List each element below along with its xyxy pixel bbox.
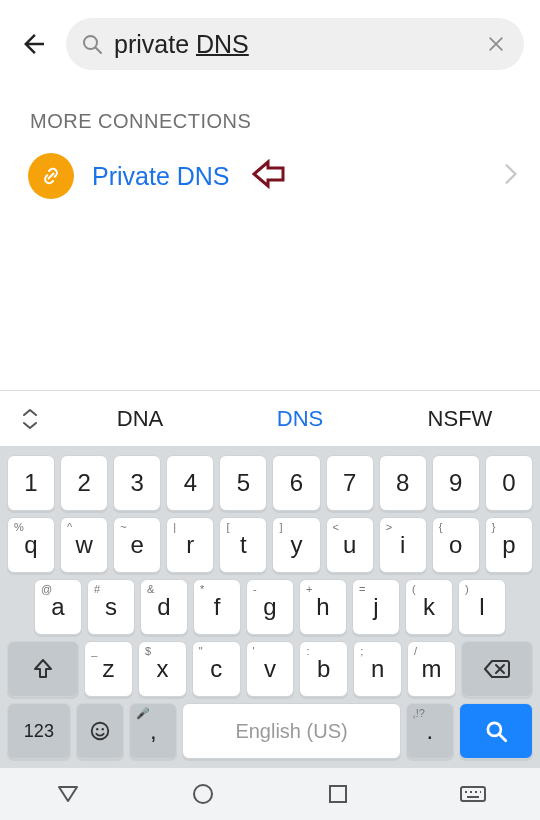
back-button[interactable] [16,26,52,62]
keyboard: 1 2 3 4 5 6 7 8 9 0 %q ^w ~e |r [t ]y <u… [0,446,540,768]
svg-point-7 [194,785,212,803]
key-4[interactable]: 4 [166,455,214,511]
key-b[interactable]: :b [299,641,348,697]
result-label: Private DNS [92,162,230,191]
pointer-annotation [252,159,286,193]
close-icon [486,34,506,54]
keyboard-icon [460,784,486,804]
search-text-prefix: private [114,30,196,58]
key-e[interactable]: ~e [113,517,161,573]
suggestion-bar: DNA DNS NSFW [0,390,540,446]
key-1[interactable]: 1 [7,455,55,511]
search-key[interactable] [459,703,533,759]
key-9[interactable]: 9 [432,455,480,511]
key-3[interactable]: 3 [113,455,161,511]
shift-key[interactable] [7,641,79,697]
key-7[interactable]: 7 [326,455,374,511]
header-row: private DNS [0,0,540,88]
svg-point-2 [92,723,109,740]
key-y[interactable]: ]y [272,517,320,573]
key-i[interactable]: >i [379,517,427,573]
svg-rect-8 [330,786,346,802]
key-2[interactable]: 2 [60,455,108,511]
result-private-dns[interactable]: Private DNS [0,143,540,209]
key-6[interactable]: 6 [272,455,320,511]
clear-search-button[interactable] [482,30,510,58]
key-c[interactable]: "c [192,641,241,697]
svg-point-4 [101,728,103,730]
link-icon [39,164,63,188]
nav-recent[interactable] [324,780,352,808]
nav-keyboard-toggle[interactable] [459,780,487,808]
kb-row-z: _z $x "c 'v :b ;n /m [4,638,536,700]
period-key[interactable]: ,!?. [406,703,454,759]
key-o[interactable]: {o [432,517,480,573]
key-s[interactable]: #s [87,579,135,635]
nav-home[interactable] [189,780,217,808]
key-d[interactable]: &d [140,579,188,635]
result-icon-circle [28,153,74,199]
search-text-highlight: DNS [196,30,249,58]
search-input-text: private DNS [114,30,472,59]
key-f[interactable]: *f [193,579,241,635]
svg-line-6 [499,734,506,741]
key-z[interactable]: _z [84,641,133,697]
key-0[interactable]: 0 [485,455,533,511]
kb-row-a: @a #s &d *f -g +h =j (k )l [4,576,536,638]
backspace-icon [483,658,511,680]
key-5[interactable]: 5 [219,455,267,511]
svg-line-1 [96,48,102,54]
kb-row-numbers: 1 2 3 4 5 6 7 8 9 0 [4,452,536,514]
key-t[interactable]: [t [219,517,267,573]
keyboard-area: DNA DNS NSFW 1 2 3 4 5 6 7 8 9 0 %q ^w ~… [0,390,540,820]
key-p[interactable]: }p [485,517,533,573]
system-navbar [0,768,540,820]
expand-suggestions-button[interactable] [0,406,60,432]
section-header: MORE CONNECTIONS [0,88,540,143]
key-v[interactable]: 'v [246,641,295,697]
suggestion-1[interactable]: DNA [60,406,220,432]
key-a[interactable]: @a [34,579,82,635]
key-8[interactable]: 8 [379,455,427,511]
triangle-down-icon [57,785,79,803]
expand-icon [20,406,40,432]
key-x[interactable]: $x [138,641,187,697]
key-q[interactable]: %q [7,517,55,573]
emoji-key[interactable] [76,703,124,759]
nav-back[interactable] [54,780,82,808]
backspace-key[interactable] [461,641,533,697]
chevron-right-icon [504,163,518,189]
key-m[interactable]: /m [407,641,456,697]
key-k[interactable]: (k [405,579,453,635]
square-icon [328,784,348,804]
kb-row-q: %q ^w ~e |r [t ]y <u >i {o }p [4,514,536,576]
symbols-key[interactable]: 123 [7,703,71,759]
smiley-icon [89,720,111,742]
pointer-left-icon [252,159,286,189]
key-g[interactable]: -g [246,579,294,635]
shift-icon [31,657,55,681]
suggestions: DNA DNS NSFW [60,406,540,432]
arrow-left-icon [19,29,49,59]
search-field[interactable]: private DNS [66,18,524,70]
key-l[interactable]: )l [458,579,506,635]
key-n[interactable]: ;n [353,641,402,697]
key-h[interactable]: +h [299,579,347,635]
search-icon [80,32,104,56]
key-r[interactable]: |r [166,517,214,573]
svg-point-3 [96,728,98,730]
key-u[interactable]: <u [326,517,374,573]
search-key-icon [483,718,509,744]
suggestion-3[interactable]: NSFW [380,406,540,432]
comma-key[interactable]: 🎤, [129,703,177,759]
circle-icon [192,783,214,805]
svg-rect-9 [461,787,485,801]
suggestion-2[interactable]: DNS [220,406,380,432]
key-j[interactable]: =j [352,579,400,635]
key-w[interactable]: ^w [60,517,108,573]
spacebar[interactable]: English (US) [182,703,400,759]
kb-row-bottom: 123 🎤, English (US) ,!?. [4,700,536,762]
